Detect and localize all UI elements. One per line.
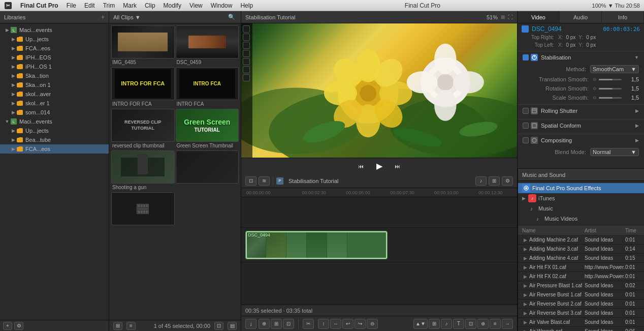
row-play-btn[interactable]: ▶ xyxy=(522,246,528,252)
row-play-btn[interactable]: ▶ xyxy=(522,274,528,280)
tree-item-som014[interactable]: ▶ som...014 xyxy=(0,108,109,117)
play-button[interactable]: ▶ xyxy=(373,160,385,172)
viewer-zoom-display[interactable]: 51% xyxy=(487,14,498,20)
rotation-slider[interactable] xyxy=(599,88,622,89)
sound-row[interactable]: ▶ Air Reverse Burst 2.caf Sound Ideas 0:… xyxy=(518,299,644,309)
menu-view[interactable]: View xyxy=(189,2,203,9)
sound-row[interactable]: ▶ Air Wrench.caf Sound Ideas 0:06 xyxy=(518,327,644,331)
rolling-shutter-expand[interactable]: ▶ xyxy=(635,108,639,113)
tree-item-iph-eos[interactable]: ▶ IPH...EOS xyxy=(0,53,109,62)
browser-view-btn[interactable]: ⊡ xyxy=(214,322,223,330)
menu-clip[interactable]: Clip xyxy=(145,2,155,9)
timeline-snap-btn[interactable]: ⊡ xyxy=(245,176,256,186)
menu-window[interactable]: Window xyxy=(211,2,233,9)
rolling-shutter-header[interactable]: Rolling Shutter ▶ xyxy=(518,105,644,117)
scope-indicator[interactable] xyxy=(243,58,250,65)
all-clips-dropdown[interactable]: All Clips ▼ xyxy=(113,14,141,20)
sound-row[interactable]: ▶ Air Reverse Burst 3.caf Sound Ideas 0:… xyxy=(518,309,644,318)
menu-edit[interactable]: Edit xyxy=(84,2,95,9)
browser-search-button[interactable]: 🔍 xyxy=(227,13,237,21)
timeline-audio-btn[interactable]: ♪ xyxy=(475,176,487,186)
browser-bottom-btn1[interactable]: ⊞ xyxy=(113,322,122,330)
row-play-btn[interactable]: ▶ xyxy=(522,283,528,289)
row-play-btn[interactable]: ▶ xyxy=(522,301,528,307)
row-play-btn[interactable]: ▶ xyxy=(522,310,528,316)
sound-item-music-videos[interactable]: ♪ Music Videos xyxy=(518,214,644,224)
toolbar-transform-btn3[interactable]: ↩ xyxy=(342,319,353,329)
tree-item-skoler1[interactable]: ▶ skol...er 1 xyxy=(0,99,109,108)
menu-fcp[interactable]: Final Cut Pro xyxy=(20,2,58,9)
tab-info[interactable]: Info xyxy=(602,11,644,23)
sound-row[interactable]: ▶ Air Valve Blast.caf Sound Ideas 0:01 xyxy=(518,318,644,327)
tree-item-upjects2[interactable]: ▶ Up...jects xyxy=(0,126,109,135)
tree-item-upjects[interactable]: ▶ Up...jects xyxy=(0,35,109,44)
scope-indicator[interactable] xyxy=(243,74,250,81)
scope-indicator[interactable] xyxy=(243,34,250,41)
sound-row[interactable]: ▶ Adding Machine 3.caf Sound Ideas 0:14 xyxy=(518,245,644,254)
compositing-header[interactable]: Compositing ▶ xyxy=(518,134,644,146)
timeline-clip-dsc0494[interactable]: DSC_0494 xyxy=(245,231,388,259)
sound-row[interactable]: ▶ Air Reverse Burst 1.caf Sound Ideas 0:… xyxy=(518,290,644,299)
tree-item-fca1[interactable]: ▶ FCA...eos xyxy=(0,44,109,53)
toolbar-insert-btn1[interactable]: ⊕ xyxy=(259,319,270,329)
toolbar-transform-btn4[interactable]: ↪ xyxy=(355,319,366,329)
scope-indicator[interactable] xyxy=(243,42,250,49)
toolbar-transform-btn2[interactable]: ↔ xyxy=(330,319,341,329)
toolbar-tools-btn[interactable]: ▲▼ xyxy=(413,319,428,329)
sound-row[interactable]: ▶ Air Pressure Blast 1.caf Sound Ideas 0… xyxy=(518,281,644,290)
toolbar-effects-btn7[interactable]: → xyxy=(502,319,513,329)
browser-bottom-btn2[interactable]: ≡ xyxy=(126,322,136,330)
sound-item-music[interactable]: ♪ Music xyxy=(518,203,644,214)
tree-item-bea-tube[interactable]: ▶ Bea...tube xyxy=(0,135,109,144)
toolbar-insert-btn3[interactable]: ⊡ xyxy=(283,319,294,329)
tree-item-skolaver[interactable]: ▶ skol...aver xyxy=(0,89,109,99)
browser-clip-btn[interactable]: ▤ xyxy=(228,322,237,330)
spatial-conform-expand[interactable]: ▶ xyxy=(635,123,639,128)
tree-item-iph-os1[interactable]: ▶ iPH...OS 1 xyxy=(0,62,109,71)
stabilization-header[interactable]: Stabilisation ▼ xyxy=(518,51,644,64)
sound-row[interactable]: ▶ Adding Machine 4.caf Sound Ideas 0:15 xyxy=(518,254,644,263)
go-to-start-button[interactable]: ⏮ xyxy=(355,160,367,172)
libraries-add-icon[interactable]: + xyxy=(101,14,105,21)
tree-item-macinevents2[interactable]: ▼ L Maci...events xyxy=(0,117,109,126)
menu-mark[interactable]: Mark xyxy=(123,2,137,9)
sound-row[interactable]: ▶ Air Hit FX 01.caf http://www.Power... … xyxy=(518,263,644,272)
row-play-btn[interactable]: ▶ xyxy=(522,255,528,261)
clip-item-blank2[interactable] xyxy=(111,192,175,227)
tree-item-fca-eos-selected[interactable]: ▶ FCA...eos xyxy=(0,144,109,154)
clip-item-intro-fca2[interactable]: INTRO FCA INTRO FCA xyxy=(176,67,239,108)
row-play-btn[interactable]: ▶ xyxy=(522,264,528,270)
clip-item-dsc0459[interactable]: DSC_0459 xyxy=(176,25,239,66)
spatial-conform-header[interactable]: Spatial Conform ▶ xyxy=(518,119,644,132)
scope-indicator[interactable] xyxy=(243,25,250,33)
tree-item-macinevents1[interactable]: ▶ L Maci...events xyxy=(0,25,109,35)
menu-help[interactable]: Help xyxy=(240,2,253,9)
row-play-btn[interactable]: ▶ xyxy=(522,328,528,332)
tab-video[interactable]: Video xyxy=(518,11,560,23)
stabilization-expand[interactable]: ▼ xyxy=(634,55,639,60)
clip-item-blank1[interactable] xyxy=(176,151,239,191)
blend-mode-select[interactable]: Normal ▼ xyxy=(590,148,639,156)
rolling-shutter-checkbox[interactable] xyxy=(523,108,529,114)
library-settings-btn[interactable]: ⚙ xyxy=(14,322,23,330)
timeline-skimming-btn[interactable]: ≋ xyxy=(259,176,270,186)
toolbar-effects-btn4[interactable]: ⊡ xyxy=(465,319,476,329)
menu-trim[interactable]: Trim xyxy=(103,2,115,9)
library-add-btn[interactable]: + xyxy=(3,322,12,330)
clip-item-reversed[interactable]: REVERSED CLIPTUTORIAL reversed clip thum… xyxy=(111,109,175,149)
scale-slider[interactable] xyxy=(599,97,622,99)
toolbar-effects-btn1[interactable]: ⊞ xyxy=(429,319,440,329)
toolbar-transform-btn5[interactable]: ⊖ xyxy=(367,319,378,329)
row-play-btn[interactable]: ▶ xyxy=(522,292,528,298)
col-name-header[interactable]: Name xyxy=(522,228,585,233)
spatial-conform-checkbox[interactable] xyxy=(523,123,529,129)
toolbar-effects-btn2[interactable]: ♪ xyxy=(441,319,452,329)
timeline-settings-btn[interactable]: ⚙ xyxy=(502,176,513,186)
tab-audio[interactable]: Audio xyxy=(560,11,602,23)
translation-slider[interactable] xyxy=(599,79,622,80)
sound-row[interactable]: ▶ Adding Machine 2.caf Sound Ideas 0:01 xyxy=(518,235,644,245)
toolbar-add-btn[interactable]: ↓ xyxy=(245,319,256,329)
stabilization-checkbox[interactable] xyxy=(523,54,529,61)
compositing-checkbox[interactable] xyxy=(523,137,529,143)
tree-item-skaition[interactable]: ▶ Ska...tion xyxy=(0,71,109,80)
